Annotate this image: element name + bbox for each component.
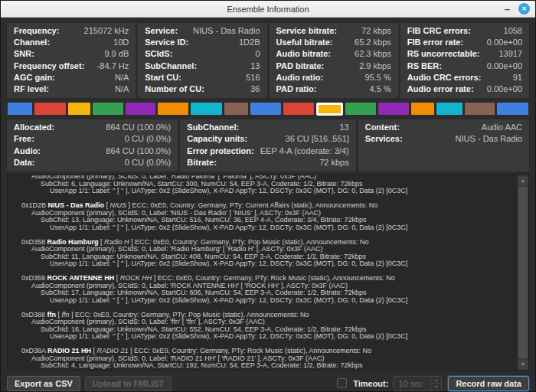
cu-segment[interactable] — [224, 103, 248, 115]
info-row: SNR:9.9 dB — [14, 48, 129, 60]
cu-segment[interactable] — [465, 103, 495, 115]
info-row: Audio:864 CU (100.0%) — [14, 145, 171, 157]
info-row: Useful bitrate:65.2 kbps — [276, 37, 391, 48]
info-row: RF level:N/A — [14, 83, 129, 95]
scrollbar-thumb[interactable] — [518, 187, 528, 358]
info-row: FIB error rate:0.00e+00 — [407, 37, 522, 48]
info-row: SubChannel:13 — [145, 60, 260, 72]
info-row: Allocated:864 CU (100.0%) — [14, 122, 171, 133]
spin-up-icon[interactable]: ▲ — [431, 377, 441, 384]
stat-label: Number of CU: — [145, 83, 204, 95]
export-csv-button[interactable]: Export as CSV — [7, 376, 80, 391]
timeout-checkbox[interactable] — [337, 378, 347, 388]
stat-label: Audio error rate: — [407, 83, 474, 95]
stat-label: Error protection: — [187, 145, 253, 157]
cu-segment-selected[interactable] — [316, 103, 343, 116]
stat-value: 516 — [246, 72, 260, 83]
cu-usage-panel: Allocated:864 CU (100.0%)Free:0 CU (0.0%… — [7, 119, 178, 172]
scrollbar-track[interactable] — [518, 185, 528, 360]
stat-value: 10D — [113, 37, 129, 48]
info-row: Audio error rate:0.00e+00 — [407, 83, 522, 95]
bitrate-panel: Service bitrate:72 kbpsUseful bitrate:65… — [270, 23, 398, 98]
stat-value: 36 CU [516..551] — [286, 133, 349, 145]
stat-value: 0.00e+00 — [487, 83, 522, 95]
close-icon: ✕ — [521, 5, 527, 12]
cu-segment[interactable] — [126, 103, 156, 115]
info-row: Error protection:EEP 4-A (coderate: 3/4) — [187, 145, 348, 157]
service-panel: Service:NIUS - Das RadioService ID:1D2BS… — [138, 23, 266, 98]
close-button[interactable]: ✕ — [518, 3, 530, 15]
stat-label: Start CU: — [145, 72, 181, 83]
cu-segment[interactable] — [250, 103, 282, 115]
stat-label: Audio CRC errors: — [407, 72, 482, 83]
stat-value: 0 CU (0.0%) — [125, 157, 172, 168]
timeout-duration-spinbox[interactable]: 10 sec ▲ ▼ — [393, 376, 442, 391]
stat-value: 0 — [255, 48, 260, 60]
cu-segment[interactable] — [497, 103, 528, 115]
stat-value: EEP 4-A (coderate: 3/4) — [260, 145, 349, 157]
stat-value: 0.00e+00 — [487, 37, 522, 48]
timeout-label: Timeout: — [353, 379, 388, 388]
stat-value: 0 CU (0.0%) — [125, 133, 172, 145]
cu-segment[interactable] — [378, 103, 409, 115]
service-details-log[interactable]: AudioComponent (primary), SCIdS: 0, Labe… — [7, 175, 529, 371]
info-row: SubChannel:13 — [187, 122, 348, 133]
cu-segment[interactable] — [158, 103, 188, 115]
stat-value: 864 CU (100.0%) — [106, 122, 171, 133]
log-line: UserApp 1/1: Label: '' [ '' ], UAType: 0… — [8, 224, 518, 232]
stat-label: SCIdS: — [145, 48, 172, 60]
stat-label: Audio bitrate: — [276, 48, 332, 60]
info-row: Channel:10D — [14, 37, 129, 48]
cu-segment[interactable] — [93, 103, 123, 115]
stat-label: Frequency offset: — [14, 60, 84, 72]
stat-label: Services: — [365, 133, 403, 145]
info-row: Frequency offset:-84.7 Hz — [14, 60, 129, 72]
stat-value: 0.00e+00 — [487, 60, 522, 72]
cu-segment[interactable] — [191, 103, 222, 115]
record-raw-data-button[interactable]: Record raw data — [448, 376, 529, 391]
stat-value: 1058 — [504, 25, 522, 37]
info-row: PAD bitrate:2.9 kbps — [276, 60, 391, 72]
stat-value: N/A — [115, 83, 129, 95]
stat-value: 13917 — [498, 48, 522, 60]
minimize-button[interactable]: – — [505, 5, 510, 13]
info-row: PAD ratio:4.5 % — [276, 83, 391, 95]
stat-label: Service ID: — [145, 37, 188, 48]
stat-value: 72 kbps — [319, 157, 349, 168]
upload-fmlist-button[interactable]: Upload to FMLIST — [85, 376, 172, 391]
cu-segment[interactable] — [436, 103, 462, 115]
info-row: RS BER:0.00e+00 — [407, 60, 522, 72]
cu-segment[interactable] — [68, 103, 90, 115]
cu-segment[interactable] — [345, 103, 376, 115]
info-row: Content:Audio AAC — [365, 122, 522, 133]
scrollbar-down-icon[interactable]: ▼ — [518, 360, 528, 370]
stat-label: Bitrate: — [187, 157, 217, 168]
stat-label: Capacity units: — [187, 133, 247, 145]
stat-label: Service: — [145, 25, 178, 37]
log-scrollbar[interactable]: ▲ ▼ — [518, 175, 528, 370]
info-row: RS uncorrectable:13917 — [407, 48, 522, 60]
stat-value: 1D2B — [239, 37, 260, 48]
stat-value: 36 — [250, 83, 260, 95]
stat-label: Content: — [365, 122, 400, 133]
window-title: Ensemble Information — [1, 5, 535, 14]
cu-segment[interactable] — [8, 103, 32, 115]
cu-segment[interactable] — [34, 103, 66, 115]
stat-value: 65.2 kbps — [355, 37, 391, 48]
spinner-buttons: ▲ ▼ — [430, 377, 441, 390]
stat-value: -84.7 Hz — [97, 60, 129, 72]
stat-label: SNR: — [14, 48, 34, 60]
stat-label: SubChannel: — [187, 122, 239, 133]
stat-value: 9.9 dB — [104, 48, 129, 60]
scrollbar-up-icon[interactable]: ▲ — [518, 175, 528, 185]
ensemble-information-window: Ensemble Information – ✕ Frequency:21507… — [0, 0, 536, 392]
stat-label: Service bitrate: — [276, 25, 337, 37]
ensemble-stats-panels: Frequency:215072 kHzChannel:10DSNR:9.9 d… — [7, 23, 529, 98]
stat-label: Channel: — [14, 37, 50, 48]
cu-segment[interactable] — [411, 103, 434, 115]
info-row: Frequency:215072 kHz — [14, 25, 129, 37]
info-row: Data:0 CU (0.0%) — [14, 157, 171, 168]
titlebar[interactable]: Ensemble Information – ✕ — [1, 1, 535, 18]
cu-segment[interactable] — [283, 103, 314, 115]
spin-down-icon[interactable]: ▼ — [431, 384, 441, 390]
